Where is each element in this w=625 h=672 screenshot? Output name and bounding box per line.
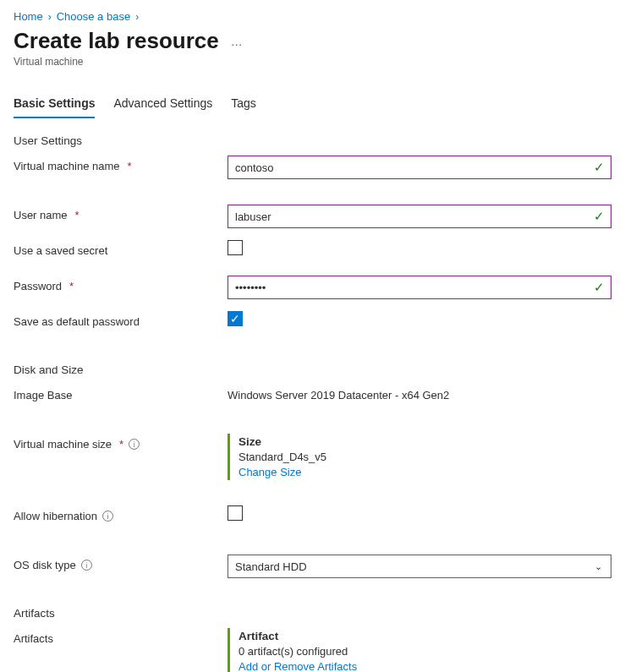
change-size-link[interactable]: Change Size [238,466,611,478]
chevron-right-icon: › [48,11,52,23]
breadcrumb-home[interactable]: Home [14,10,43,23]
tab-basic-settings[interactable]: Basic Settings [14,91,95,118]
artifact-card-body: 0 artifact(s) configured [238,645,611,658]
os-disk-type-value: Standard HDD [235,560,307,573]
required-icon: * [119,438,123,451]
label-image-base: Image Base [14,389,72,402]
allow-hibernation-checkbox[interactable] [228,505,243,521]
chevron-down-icon: ⌄ [595,561,602,572]
artifact-card: Artifact 0 artifact(s) configured Add or… [228,628,611,672]
use-saved-secret-checkbox[interactable] [228,240,243,255]
size-card-value: Standard_D4s_v5 [238,451,611,463]
label-os-disk-type: OS disk type [14,559,76,571]
save-default-password-checkbox[interactable]: ✓ [228,311,243,326]
breadcrumb: Home › Choose a base › [14,10,611,23]
page-subtitle: Virtual machine [14,56,611,68]
password-input[interactable] [228,276,611,299]
required-icon: * [128,160,132,172]
user-name-input[interactable] [228,205,611,228]
tab-advanced-settings[interactable]: Advanced Settings [113,91,212,118]
info-icon[interactable]: i [102,511,113,522]
section-disk-and-size: Disk and Size [14,363,611,376]
add-remove-artifacts-link[interactable]: Add or Remove Artifacts [238,660,611,672]
label-save-default-password: Save as default password [14,315,140,328]
info-icon[interactable]: i [81,560,92,571]
info-icon[interactable]: i [129,439,140,450]
page-title: Create lab resource [14,28,219,54]
required-icon: * [75,209,79,221]
label-vm-name: Virtual machine name [14,160,120,172]
size-card-title: Size [238,435,611,448]
section-user-settings: User Settings [14,134,611,147]
tabs: Basic Settings Advanced Settings Tags [14,91,611,119]
section-artifacts: Artifacts [14,607,611,620]
breadcrumb-choose-base[interactable]: Choose a base [57,10,130,23]
artifact-card-title: Artifact [238,630,611,642]
label-user-name: User name [14,209,68,221]
tab-tags[interactable]: Tags [231,91,256,118]
label-artifacts: Artifacts [14,632,53,645]
image-base-value: Windows Server 2019 Datacenter - x64 Gen… [228,385,611,402]
label-vm-size: Virtual machine size [14,438,112,451]
vm-name-input[interactable] [228,156,611,179]
size-card: Size Standard_D4s_v5 Change Size [228,434,611,480]
required-icon: * [69,280,74,292]
more-actions-button[interactable]: … [228,35,247,48]
label-password: Password [14,280,62,292]
chevron-right-icon: › [135,11,139,23]
label-use-saved-secret: Use a saved secret [14,244,107,257]
os-disk-type-select[interactable]: Standard HDD ⌄ [228,555,611,578]
label-allow-hibernation: Allow hibernation [14,510,97,522]
